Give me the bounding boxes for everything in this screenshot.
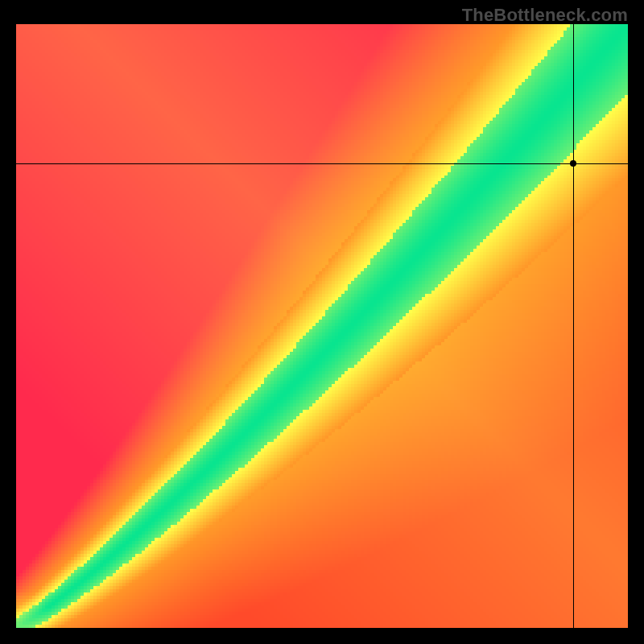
watermark-text: TheBottleneck.com: [462, 5, 628, 26]
marker-dot: [570, 160, 576, 167]
heatmap-canvas: [16, 24, 628, 628]
plot-area: [16, 24, 628, 628]
crosshair-vertical: [573, 24, 574, 628]
crosshair-horizontal: [16, 163, 628, 164]
chart-frame: TheBottleneck.com: [0, 0, 644, 644]
